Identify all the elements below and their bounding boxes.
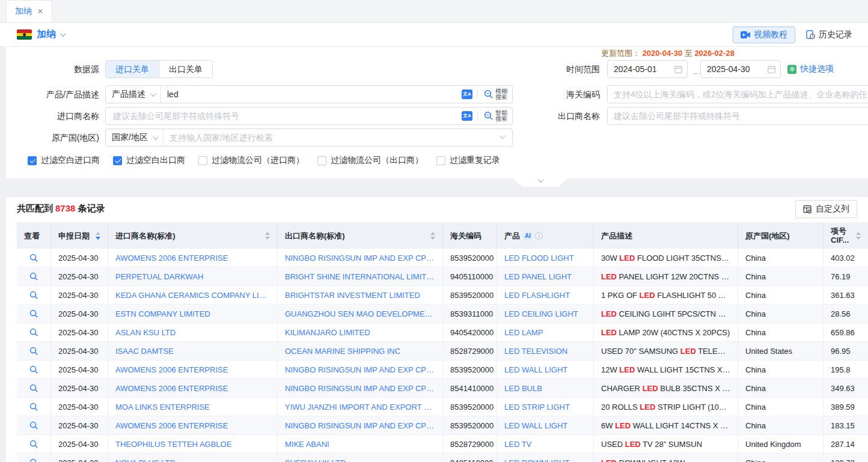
- filter-checkbox-3[interactable]: 过滤物流公司（出口商）: [317, 155, 423, 166]
- tab-export-declarations[interactable]: 出口关单: [159, 61, 212, 78]
- column-header-3[interactable]: 出口商名称(标准): [278, 222, 443, 249]
- checkbox-unchecked-icon[interactable]: [436, 156, 445, 165]
- hs-code-input[interactable]: [608, 86, 868, 103]
- exporter-link[interactable]: NINGBO RISINGSUN IMP AND EXP CP LTD: [278, 416, 443, 434]
- product-link[interactable]: LED TV: [497, 435, 594, 453]
- column-header-1[interactable]: 申报日期: [51, 222, 108, 249]
- checkbox-checked-icon[interactable]: [28, 156, 37, 165]
- importer-link[interactable]: NOVA PLUS LTD: [108, 454, 278, 462]
- importer-link[interactable]: AWOMENS 2006 ENTERPRISE: [108, 416, 278, 434]
- origin-input[interactable]: [164, 129, 500, 146]
- importer-link[interactable]: ISAAC DAMTSE: [108, 342, 278, 360]
- history-button[interactable]: 历史记录: [800, 26, 858, 43]
- origin-type-select[interactable]: 国家/地区: [106, 129, 164, 146]
- exporter-label: 出口商名称: [540, 108, 600, 124]
- importer-link[interactable]: ESTN COMPANY LIMITED: [108, 305, 278, 323]
- product-link[interactable]: LED BULB: [497, 379, 594, 397]
- product-link[interactable]: LED WALL LIGHT: [497, 360, 594, 378]
- translate-icon[interactable]: 文A: [462, 111, 472, 121]
- quick-options-button[interactable]: ✲ 快捷选项: [787, 64, 834, 74]
- view-record-button[interactable]: [17, 416, 51, 434]
- info-icon[interactable]: i: [535, 232, 543, 240]
- view-record-button[interactable]: [17, 360, 51, 378]
- declaration-date-cell: 2025-04-30: [51, 323, 108, 341]
- exporter-link[interactable]: BRIGHTSTAR INVESTMENT LIMITED: [278, 286, 443, 304]
- filter-checkbox-0[interactable]: 过滤空白进口商: [28, 155, 100, 166]
- tab-bar: 加纳 ✕: [0, 0, 868, 23]
- product-link[interactable]: LED DOWNLIGHT: [497, 454, 594, 462]
- smart-search-button[interactable]: 智能 搜索: [483, 110, 512, 122]
- date-start-input[interactable]: 2024-05-01: [607, 60, 688, 78]
- country-name[interactable]: 加纳: [37, 28, 56, 41]
- view-record-button[interactable]: [17, 342, 51, 360]
- product-search-input[interactable]: [161, 86, 462, 103]
- importer-link[interactable]: KEDA GHANA CERAMICS COMPANY LIMITED: [108, 286, 278, 304]
- exporter-link[interactable]: MIKE ABANI: [278, 435, 443, 453]
- product-link[interactable]: LED STRIP LIGHT: [497, 398, 594, 416]
- customize-columns-button[interactable]: 自定义列: [795, 200, 857, 218]
- tab-import-declarations[interactable]: 进口关单: [106, 61, 159, 78]
- exporter-link[interactable]: BRIGHT SHINE INTERNATIONAL LIMITED: [278, 267, 443, 285]
- product-link[interactable]: LED TELEVISION: [497, 342, 594, 360]
- view-record-button[interactable]: [17, 435, 51, 453]
- column-header-8[interactable]: 项号 CIF...: [824, 222, 868, 249]
- product-link[interactable]: LED WALL LIGHT: [497, 416, 594, 434]
- checkbox-unchecked-icon[interactable]: [198, 156, 207, 165]
- importer-input[interactable]: [106, 108, 462, 124]
- translate-icon[interactable]: 文A: [462, 90, 472, 99]
- summary-suffix: 条记录: [78, 203, 105, 213]
- exporter-input[interactable]: [608, 108, 868, 124]
- filter-checkbox-4[interactable]: 过滤重复记录: [436, 155, 500, 166]
- exporter-link[interactable]: OCEAN MARINE SHIPPING INC: [278, 342, 443, 360]
- importer-link[interactable]: ASLAN KSU LTD: [108, 323, 278, 341]
- product-link[interactable]: LED PANEL LIGHT: [497, 267, 594, 285]
- close-icon[interactable]: ✕: [37, 7, 43, 16]
- sort-icon[interactable]: [96, 232, 100, 240]
- view-record-button[interactable]: [17, 286, 51, 304]
- exporter-link[interactable]: KILIMANJARO LIMITED: [278, 323, 443, 341]
- collapse-filters-button[interactable]: [513, 178, 568, 187]
- view-record-button[interactable]: [17, 398, 51, 416]
- view-record-button[interactable]: [17, 323, 51, 341]
- hs-code-cell: 8528729000: [443, 342, 497, 360]
- sort-icon[interactable]: [856, 232, 861, 240]
- video-tutorial-button[interactable]: 视频教程: [733, 26, 795, 43]
- origin-country-cell: China: [738, 267, 824, 285]
- exporter-link[interactable]: SHERAV HK LTD: [278, 454, 443, 462]
- filter-checkbox-1[interactable]: 过滤空白出口商: [113, 155, 185, 166]
- date-end-input[interactable]: 2025-04-30: [700, 60, 781, 78]
- importer-link[interactable]: AWOMENS 2006 ENTERPRISE: [108, 360, 278, 378]
- column-header-2[interactable]: 进口商名称(标准): [108, 222, 278, 249]
- fuzzy-search-label: 模糊 搜索: [495, 88, 507, 100]
- importer-link[interactable]: AWOMENS 2006 ENTERPRISE: [108, 379, 278, 397]
- view-record-button[interactable]: [17, 305, 51, 323]
- checkbox-checked-icon[interactable]: [113, 156, 122, 165]
- sort-icon[interactable]: [265, 232, 270, 240]
- checkbox-unchecked-icon[interactable]: [317, 156, 326, 165]
- sort-icon[interactable]: [430, 232, 435, 240]
- product-type-select[interactable]: 产品描述: [106, 86, 161, 103]
- exporter-link[interactable]: YIWU JIANZHI IMPORT AND EXPORT CO LTD: [278, 398, 443, 416]
- importer-link[interactable]: MOA LINKS ENTERPRISE: [108, 398, 278, 416]
- importer-link[interactable]: PERPETUAL DARKWAH: [108, 267, 278, 285]
- product-link[interactable]: LED FLASHLIGHT: [497, 286, 594, 304]
- importer-link[interactable]: AWOMENS 2006 ENTERPRISE: [108, 249, 278, 267]
- product-filter-label: 产品/产品描述: [12, 86, 99, 103]
- exporter-link[interactable]: NINGBO RISINGSUN IMP AND EXP CP LTD: [278, 360, 443, 378]
- importer-link[interactable]: THEOPHILUS TETTEH AGBLOE: [108, 435, 278, 453]
- chevron-down-icon[interactable]: [500, 133, 506, 139]
- filter-checkbox-2[interactable]: 过滤物流公司（进口商）: [198, 155, 304, 166]
- view-record-button[interactable]: [17, 249, 51, 267]
- view-record-button[interactable]: [17, 454, 51, 462]
- exporter-link[interactable]: GUANGZHOU SEN MAO DEVELOPMENT C...: [278, 305, 443, 323]
- product-link[interactable]: LED CEILING LIGHT: [497, 305, 594, 323]
- exporter-link[interactable]: NINGBO RISINGSUN IMP AND EXP CP LTD: [278, 379, 443, 397]
- product-link[interactable]: LED LAMP: [497, 323, 594, 341]
- product-link[interactable]: LED FLOOD LIGHT: [497, 249, 594, 267]
- view-record-button[interactable]: [17, 267, 51, 285]
- view-record-button[interactable]: [17, 379, 51, 397]
- chevron-down-icon[interactable]: [60, 31, 66, 37]
- tab-ghana[interactable]: 加纳 ✕: [6, 0, 52, 22]
- exporter-link[interactable]: NINGBO RISINGSUN IMP AND EXP CP LTD: [278, 249, 443, 267]
- fuzzy-search-button[interactable]: 模糊 搜索: [483, 88, 512, 100]
